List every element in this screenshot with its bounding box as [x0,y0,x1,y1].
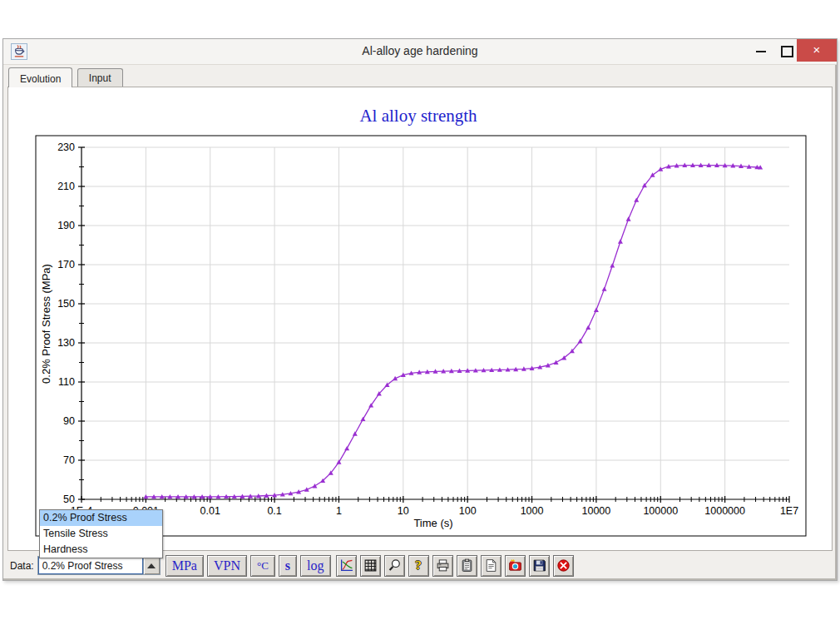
unit-button-log[interactable]: log [300,555,330,577]
clipboard-icon [460,558,474,573]
unit-button-vpn[interactable]: VPN [207,555,247,577]
floppy-disk-icon [532,558,546,573]
svg-text:100: 100 [459,505,477,517]
svg-text:0.01: 0.01 [200,505,220,517]
zoom-button[interactable] [384,555,405,577]
svg-text:0.1: 0.1 [267,505,281,517]
data-label: Data: [10,560,34,572]
grid-icon [363,558,378,573]
unit-buttons: MPaVPN°Cslog [166,555,331,577]
svg-text:100000: 100000 [643,505,678,517]
magnifier-icon [388,558,402,573]
exit-icon [556,558,571,573]
save-button[interactable] [529,555,550,577]
app-window: Al-alloy age hardening × Evolution Input… [2,38,838,581]
grid-toggle-button[interactable] [360,555,381,577]
svg-text:0.2% Proof Stress (MPa): 0.2% Proof Stress (MPa) [40,264,52,384]
svg-text:50: 50 [63,494,75,505]
document-icon [484,558,498,573]
close-button[interactable]: × [797,39,837,62]
svg-text:Al alloy strength: Al alloy strength [359,106,477,126]
chevron-up-icon [147,563,156,568]
svg-text:170: 170 [57,259,75,270]
minimize-icon [756,51,766,52]
dropdown-option[interactable]: Tensile Stress [40,526,162,542]
svg-text:90: 90 [63,415,75,427]
svg-text:150: 150 [57,298,75,310]
svg-text:1000: 1000 [521,505,544,517]
window-title: Al-alloy age hardening [3,44,837,57]
svg-text:110: 110 [58,376,75,388]
svg-text:1000000: 1000000 [704,505,745,517]
report-button[interactable] [481,555,502,577]
chart-canvas[interactable]: 5070901101301501701902102301E-40.0010.01… [8,87,832,550]
chart-panel[interactable]: 5070901101301501701902102301E-40.0010.01… [7,87,833,551]
dropdown-option[interactable]: Hardness [40,542,162,558]
title-bar[interactable]: Al-alloy age hardening × [3,39,837,65]
unit-button-c[interactable]: °C [250,555,275,577]
svg-text:Time (s): Time (s) [413,517,452,529]
svg-text:10: 10 [398,505,409,517]
svg-text:190: 190 [57,220,75,231]
svg-text:10000: 10000 [582,505,611,517]
svg-text:130: 130 [57,337,75,349]
exit-button[interactable] [553,555,574,577]
copy-clipboard-button[interactable] [457,555,477,577]
plot-options-button[interactable] [336,555,357,577]
svg-text:70: 70 [63,454,75,466]
maximize-button[interactable] [775,39,797,62]
svg-text:210: 210 [57,181,75,192]
tab-input[interactable]: Input [77,68,123,87]
unit-button-mpa[interactable]: MPa [166,555,204,577]
svg-text:1: 1 [336,505,342,517]
data-combobox[interactable]: 0.2% Proof Stress [37,556,161,575]
unit-button-s[interactable]: s [279,555,297,577]
printer-icon [436,558,450,573]
tab-evolution[interactable]: Evolution [8,67,72,87]
snapshot-button[interactable] [505,555,526,577]
maximize-icon [781,46,793,57]
data-combobox-value[interactable]: 0.2% Proof Stress [38,557,143,574]
data-dropdown-list: 0.2% Proof StressTensile StressHardness [39,509,163,558]
svg-text:1E7: 1E7 [780,505,798,517]
tab-bar: Evolution Input [8,67,124,87]
help-button[interactable]: ? [408,555,429,577]
camera-icon [508,558,522,573]
help-icon: ? [415,558,422,573]
icon-buttons: ? [336,555,574,577]
chart-icon [339,558,353,573]
minimize-button[interactable] [750,39,772,62]
svg-text:230: 230 [57,141,75,153]
print-button[interactable] [432,555,453,577]
dropdown-option[interactable]: 0.2% Proof Stress [40,510,162,526]
combobox-arrow-button[interactable] [143,557,160,574]
